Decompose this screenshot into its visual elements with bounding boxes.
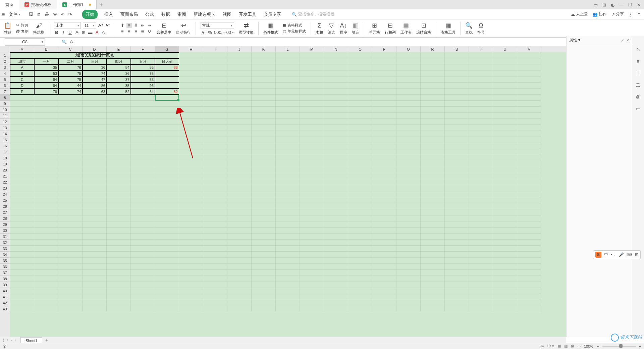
- cell-G39[interactable]: [155, 282, 179, 288]
- cell-L18[interactable]: [276, 155, 300, 161]
- cell-E29[interactable]: [107, 221, 131, 228]
- cell-Q9[interactable]: [396, 101, 421, 107]
- cell-E34[interactable]: [107, 252, 131, 258]
- cell-V4[interactable]: [517, 70, 541, 77]
- cell-I1[interactable]: [203, 52, 227, 58]
- cell-T41[interactable]: [469, 294, 493, 300]
- ime-lang[interactable]: 中: [604, 252, 608, 258]
- cell-Q7[interactable]: [396, 89, 421, 95]
- col-header-E[interactable]: E: [107, 46, 131, 52]
- cell-E26[interactable]: [107, 203, 131, 209]
- cell-U26[interactable]: [493, 203, 517, 209]
- cell-J6[interactable]: [227, 83, 252, 89]
- cell-R23[interactable]: [421, 185, 445, 191]
- cell-J38[interactable]: [227, 276, 252, 282]
- cell-E17[interactable]: [107, 149, 131, 155]
- orientation-icon[interactable]: ↻: [147, 29, 152, 34]
- cell-O32[interactable]: [348, 240, 372, 246]
- cell-M12[interactable]: [300, 119, 324, 125]
- cell-F2[interactable]: 五月: [131, 58, 155, 64]
- cell-V22[interactable]: [517, 179, 541, 185]
- cell-T20[interactable]: [469, 167, 493, 173]
- cell-A36[interactable]: [10, 264, 34, 270]
- cell-U43[interactable]: [493, 306, 517, 312]
- cell-M13[interactable]: [300, 125, 324, 131]
- cell-R26[interactable]: [421, 203, 445, 209]
- cell-I42[interactable]: [203, 300, 227, 306]
- cell-I24[interactable]: [203, 191, 227, 197]
- col-header-Q[interactable]: Q: [396, 46, 421, 52]
- cell-L43[interactable]: [276, 306, 300, 312]
- cell-N39[interactable]: [324, 282, 348, 288]
- cell-P39[interactable]: [372, 282, 396, 288]
- cell-C25[interactable]: [58, 197, 83, 203]
- cell-Q1[interactable]: [396, 52, 421, 58]
- cell-K18[interactable]: [252, 155, 276, 161]
- cell-V13[interactable]: [517, 125, 541, 131]
- rowcol-button[interactable]: ⊟行和列: [383, 22, 397, 35]
- cell-N24[interactable]: [324, 191, 348, 197]
- cell-N9[interactable]: [324, 101, 348, 107]
- cell-F20[interactable]: [131, 167, 155, 173]
- cell-M27[interactable]: [300, 209, 324, 215]
- cell-G34[interactable]: [155, 252, 179, 258]
- cell-S26[interactable]: [445, 203, 469, 209]
- cell-T15[interactable]: [469, 137, 493, 143]
- cell-D38[interactable]: [83, 276, 107, 282]
- row-header-30[interactable]: 30: [0, 228, 10, 234]
- cell-F19[interactable]: [131, 161, 155, 167]
- cell-U17[interactable]: [493, 149, 517, 155]
- cell-B12[interactable]: [34, 119, 58, 125]
- cell-L33[interactable]: [276, 246, 300, 252]
- row-header-23[interactable]: 23: [0, 185, 10, 191]
- cell-E14[interactable]: [107, 131, 131, 137]
- cell-F34[interactable]: [131, 252, 155, 258]
- cell-F22[interactable]: [131, 179, 155, 185]
- cell-T42[interactable]: [469, 300, 493, 306]
- cell-S43[interactable]: [445, 306, 469, 312]
- cell-F14[interactable]: [131, 131, 155, 137]
- row-header-24[interactable]: 24: [0, 191, 10, 197]
- select-all-corner[interactable]: [0, 46, 10, 52]
- cell-I40[interactable]: [203, 288, 227, 294]
- cell-T35[interactable]: [469, 258, 493, 264]
- cell-T39[interactable]: [469, 282, 493, 288]
- cell-B4[interactable]: 53: [34, 70, 58, 77]
- cell-T33[interactable]: [469, 246, 493, 252]
- cell-A18[interactable]: [10, 155, 34, 161]
- cell-F11[interactable]: [131, 113, 155, 119]
- col-header-L[interactable]: L: [276, 46, 300, 52]
- cell-U42[interactable]: [493, 300, 517, 306]
- cell-C23[interactable]: [58, 185, 83, 191]
- cell-K6[interactable]: [252, 83, 276, 89]
- cell-O6[interactable]: [348, 83, 372, 89]
- row-header-3[interactable]: 3: [0, 64, 10, 70]
- maximize-button[interactable]: ❐: [628, 2, 632, 7]
- cell-U35[interactable]: [493, 258, 517, 264]
- cell-P12[interactable]: [372, 119, 396, 125]
- cell-L31[interactable]: [276, 234, 300, 240]
- cell-K15[interactable]: [252, 137, 276, 143]
- cell-B28[interactable]: [34, 215, 58, 221]
- cell-Q39[interactable]: [396, 282, 421, 288]
- cell-D3[interactable]: 36: [83, 64, 107, 70]
- row-header-22[interactable]: 22: [0, 179, 10, 185]
- cell-H33[interactable]: [179, 246, 203, 252]
- col-header-J[interactable]: J: [227, 46, 252, 52]
- cell-J17[interactable]: [227, 149, 252, 155]
- cell-E11[interactable]: [107, 113, 131, 119]
- merge-button[interactable]: ⊟合并居中: [155, 22, 173, 35]
- cell-O29[interactable]: [348, 221, 372, 228]
- cell-O24[interactable]: [348, 191, 372, 197]
- cell-M5[interactable]: [300, 77, 324, 83]
- cell-Q28[interactable]: [396, 215, 421, 221]
- cell-L8[interactable]: [276, 95, 300, 101]
- cell-I18[interactable]: [203, 155, 227, 161]
- cell-N29[interactable]: [324, 221, 348, 228]
- cell-B6[interactable]: 64: [34, 83, 58, 89]
- cell-P23[interactable]: [372, 185, 396, 191]
- cell-G29[interactable]: [155, 221, 179, 228]
- indent-dec-icon[interactable]: ⇤: [140, 23, 145, 28]
- cell-V43[interactable]: [517, 306, 541, 312]
- cell-G18[interactable]: [155, 155, 179, 161]
